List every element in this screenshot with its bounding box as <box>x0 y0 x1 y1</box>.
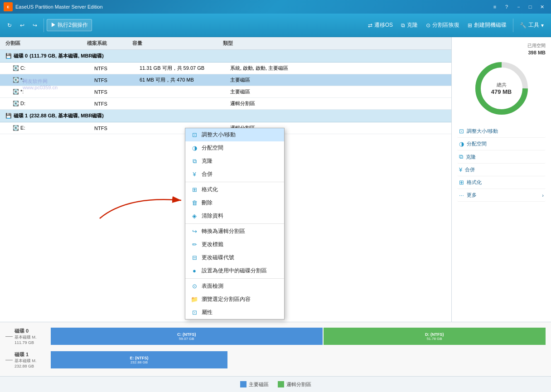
ctx-delete[interactable]: 🗑 刪除 <box>185 196 284 209</box>
disk-usage-section: 已用空間 398 MB 總共 479 MB <box>457 43 546 118</box>
ctx-surface-test[interactable]: ⊙ 表面檢測 <box>185 280 284 293</box>
recover-icon: ⊙ <box>426 22 430 29</box>
menu-button[interactable]: ≡ <box>489 2 500 11</box>
partition-type: 主要磁區 <box>230 88 446 95</box>
ctx-browse[interactable]: 📁 瀏覽選定分割區內容 <box>185 293 284 306</box>
tools-dropdown-icon: ▾ <box>541 22 544 29</box>
ctx-clone[interactable]: ⧉ 克隆 <box>185 155 284 168</box>
close-button[interactable]: ✕ <box>536 2 547 11</box>
refresh-button[interactable]: ↻ <box>4 20 15 30</box>
ctx-properties[interactable]: ⊡ 屬性 <box>185 306 284 319</box>
partition-name: D: <box>20 101 25 106</box>
merge-icon: ¥ <box>459 166 462 173</box>
action-clone[interactable]: ⧉ 克隆 <box>457 150 546 164</box>
partition-row[interactable]: 💽 C: NTFS 11.31 GB 可用，共 59.07 GB 系統, 啟動,… <box>0 63 451 74</box>
action-format[interactable]: ⊞ 格式化 <box>457 176 546 189</box>
partition-icon: 💽 <box>13 89 19 94</box>
legend-primary: 主要磁區 <box>240 381 269 388</box>
redo-icon: ↪ <box>33 22 37 29</box>
disk1-label: — 磁碟 1 基本磁碟 M. 232.88 GB <box>5 351 51 368</box>
migrate-os-button[interactable]: ⇄ 遷移OS <box>364 19 396 31</box>
tools-icon: 🔧 <box>520 22 527 29</box>
app-title: EaseUS Partition Master Server Edition <box>15 4 489 10</box>
disk1-bar-icon: — <box>5 356 13 364</box>
ctx-resize-icon: ⊡ <box>191 131 198 138</box>
app-logo: E <box>4 2 13 11</box>
partition-icon: 💽 <box>13 77 19 82</box>
refresh-icon: ↻ <box>7 22 12 29</box>
bootdisk-icon: ⊞ <box>468 22 472 29</box>
partition-row[interactable]: 💽 *: NTFS 主要磁區 <box>0 86 451 98</box>
ctx-clone-icon: ⧉ <box>191 158 198 165</box>
ctx-browse-icon: 📁 <box>191 296 198 303</box>
ctx-wipe[interactable]: ◈ 清除資料 <box>185 209 284 223</box>
partition-icon: 💽 <box>13 65 19 71</box>
ctx-format[interactable]: ⊞ 格式化 <box>185 183 284 196</box>
ctx-convert-logical[interactable]: ↪ 轉換為邏輯分割區 <box>185 225 284 238</box>
partition-row[interactable]: 💽 D: NTFS 邏輯分割區 <box>0 98 451 110</box>
clone-icon: ⧉ <box>401 22 405 29</box>
disk0-bar: C: (NTFS) 59.07 GB D: (NTFS) 51.78 GB <box>51 328 546 345</box>
partition-icon: 💽 <box>13 125 19 131</box>
action-more[interactable]: ··· 更多 › <box>457 189 546 202</box>
disk0-d-segment[interactable]: D: (NTFS) 51.78 GB <box>324 328 546 345</box>
ctx-resize[interactable]: ⊡ 調整大小/移動 <box>185 128 284 141</box>
help-button[interactable]: ? <box>501 2 512 11</box>
partition-name: C: <box>20 65 25 71</box>
action-merge[interactable]: ¥ 合併 <box>457 164 546 176</box>
ctx-merge[interactable]: ¥ 合併 <box>185 168 284 181</box>
action-resize[interactable]: ⊡ 調整大小/移動 <box>457 125 546 138</box>
col-type: 類型 <box>223 40 446 47</box>
ctx-set-active[interactable]: ● 設置為使用中的磁碟分割區 <box>185 264 284 277</box>
execute-label: ▶ 執行2個操作 <box>51 21 88 29</box>
minimize-button[interactable]: － <box>513 2 524 11</box>
partition-fs: NTFS <box>94 66 140 71</box>
disk0-label: — 磁碟 0 基本磁碟 M. 111.79 GB <box>5 328 51 345</box>
context-menu: ⊡ 調整大小/移動 ◑ 分配空間 ⧉ 克隆 ¥ 合併 ⊞ 格式化 🗑 刪除 ◈ … <box>185 128 285 319</box>
toolbar: ↻ ↩ ↪ ▶ 執行2個操作 ⇄ 遷移OS ⧉ 克隆 ⊙ 分割區恢復 ⊞ 創建開… <box>0 14 551 37</box>
action-list: ⊡ 調整大小/移動 ◑ 分配空間 ⧉ 克隆 ¥ 合併 ⊞ 格式化 <box>457 125 546 202</box>
disk0-c-segment[interactable]: C: (NTFS) 59.07 GB <box>51 328 323 345</box>
partition-recover-button[interactable]: ⊙ 分割區恢復 <box>422 19 463 31</box>
disk0-row: 💾 磁碟 0 (111.79 GB, 基本磁碟, MBR磁碟) <box>0 50 451 63</box>
ctx-convert-icon: ↪ <box>191 228 198 235</box>
tools-button[interactable]: 🔧 工具 ▾ <box>516 19 547 31</box>
partition-fs: NTFS <box>94 126 140 131</box>
partition-row-selected[interactable]: 💽 *: NTFS 61 MB 可用，共 470 MB 主要磁區 <box>0 74 451 86</box>
toolbar-right: ⇄ 遷移OS ⧉ 克隆 ⊙ 分割區恢復 ⊞ 創建開機磁碟 🔧 工具 ▾ <box>364 19 547 32</box>
partition-size: 11.31 GB 可用，共 59.07 GB <box>140 65 230 72</box>
disk1-info: (232.88 GB, 基本磁碟, MBR磁碟) <box>29 112 104 119</box>
disk1-bar: E: (NTFS) 232.88 GB <box>51 351 546 368</box>
undo-button[interactable]: ↩ <box>16 20 28 30</box>
ctx-surface-icon: ⊙ <box>191 283 198 290</box>
partition-size: 61 MB 可用，共 470 MB <box>140 77 230 83</box>
disk-icon: 💾 <box>5 113 12 119</box>
disk0-visual-row: — 磁碟 0 基本磁碟 M. 111.79 GB C: (NTFS) 59.07… <box>5 326 546 347</box>
action-allocate[interactable]: ◑ 分配空間 <box>457 138 546 150</box>
toolbar-left: ↻ ↩ ↪ ▶ 執行2個操作 <box>4 19 92 32</box>
partition-type: 邏輯分割區 <box>230 100 446 107</box>
create-bootdisk-button[interactable]: ⊞ 創建開機磁碟 <box>464 19 510 31</box>
clone-icon2: ⧉ <box>459 153 463 160</box>
disk0-bar-icon: — <box>5 332 13 340</box>
maximize-button[interactable]: □ <box>525 2 536 11</box>
ctx-allocate-icon: ◑ <box>191 145 198 151</box>
ctx-allocate[interactable]: ◑ 分配空間 <box>185 141 284 155</box>
disk1-e-segment[interactable]: E: (NTFS) 232.88 GB <box>51 351 227 368</box>
col-partition: 分割區 <box>5 40 87 47</box>
legend-bar: 主要磁區 邏輯分割區 <box>0 376 551 392</box>
ctx-change-label[interactable]: ✏ 更改標籤 <box>185 238 284 251</box>
redo-button[interactable]: ↪ <box>29 20 41 30</box>
more-icon: ··· <box>459 192 464 198</box>
ctx-change-drive[interactable]: ⊟ 更改磁碟代號 <box>185 251 284 264</box>
allocate-icon: ◑ <box>459 140 464 147</box>
resize-icon: ⊡ <box>459 128 464 135</box>
usage-circle: 總共 479 MB <box>472 59 531 118</box>
used-space-value: 398 MB <box>457 50 546 55</box>
ctx-separator3 <box>185 278 284 279</box>
execute-button[interactable]: ▶ 執行2個操作 <box>47 19 92 31</box>
clone-button[interactable]: ⧉ 克隆 <box>397 19 421 31</box>
legend-box-green <box>278 381 284 387</box>
ctx-active-icon: ● <box>191 267 198 274</box>
partition-fs: NTFS <box>94 89 140 95</box>
